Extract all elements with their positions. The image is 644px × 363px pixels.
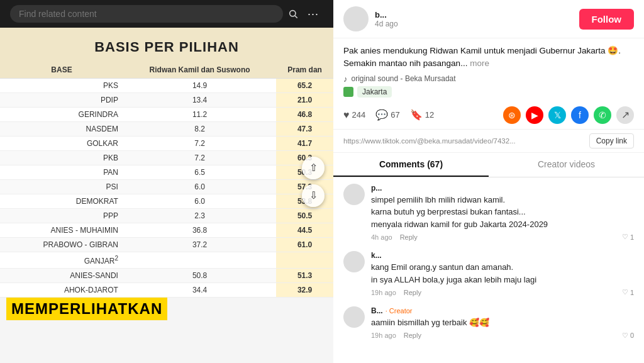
table-row: PRABOWO - GIBRAN 37.2 61.0 (0, 238, 333, 252)
location-icon (343, 87, 353, 97)
row-rk: 47.3 (276, 122, 333, 137)
row-base: 14.9 (123, 79, 276, 93)
action-bar: ♥ 244 💬 67 🔖 12 ⊛ ▶ 𝕏 f ✆ ↗ (333, 101, 644, 130)
comment-time: 19h ago (371, 289, 396, 296)
like-count: 0 (630, 332, 634, 339)
like-count: 244 (352, 110, 366, 120)
table-row: GANJAR2 (0, 252, 333, 269)
comment-item: B...· Creator aamiin bismillah yg terbai… (343, 306, 634, 340)
row-name: GOLKAR (0, 137, 123, 151)
table-row: ANIES - MUHAIMIN 36.8 44.5 (0, 223, 333, 238)
bookmark-icon: 🔖 (410, 109, 423, 121)
table-row: ANIES-SANDI 50.8 51.3 (0, 269, 333, 283)
comment-button[interactable]: 💬 67 (375, 109, 399, 121)
row-name: GANJAR2 (0, 252, 123, 269)
comment-footer: 19h ago Reply ♡ 0 (371, 332, 634, 340)
row-rk: 21.0 (276, 93, 333, 108)
left-panel: ··· BASIS PER PILIHAN BASE Ridwan Kamil … (0, 0, 333, 363)
row-name: PAN (0, 165, 123, 180)
heart-icon: ♡ (622, 332, 628, 340)
comment-text: simpel pemilih lbh milih ridwan kamil.ka… (371, 194, 634, 231)
share-whatsapp-icon[interactable]: ✆ (594, 106, 611, 124)
comment-text: aamiin bismillah yg terbaik 🥰🥰 (371, 316, 634, 329)
comment-like-button[interactable]: ♡ 1 (622, 233, 634, 241)
more-link[interactable]: more (470, 59, 489, 68)
row-rk: 61.0 (276, 238, 333, 252)
heart-icon: ♡ (622, 233, 628, 241)
row-rk: 32.9 (276, 283, 333, 298)
comment-body: p... simpel pemilih lbh milih ridwan kam… (371, 184, 634, 242)
row-name: PSI (0, 180, 123, 194)
reply-button[interactable]: Reply (400, 233, 418, 241)
comment-footer: 19h ago Reply ♡ 1 (371, 288, 634, 296)
row-base: 8.2 (123, 122, 276, 137)
tab-creator-videos[interactable]: Creator videos (489, 153, 644, 177)
row-base: 13.4 (123, 93, 276, 108)
share-twitter-icon[interactable]: 𝕏 (548, 106, 566, 124)
share-youtube-icon[interactable]: ▶ (526, 106, 543, 124)
comment-item: k... kang Emil orang,y santun dan amanah… (343, 251, 634, 296)
row-rk: 65.2 (276, 79, 333, 93)
comment-avatar (343, 306, 365, 328)
comment-like-button[interactable]: ♡ 0 (622, 332, 634, 340)
copy-link-button[interactable]: Copy link (589, 133, 634, 148)
comment-count: 67 (391, 110, 399, 120)
share-facebook-icon[interactable]: f (571, 106, 589, 124)
save-count: 12 (425, 110, 434, 120)
row-base: 7.2 (123, 137, 276, 151)
row-base: 50.8 (123, 269, 276, 283)
row-base: 7.2 (123, 151, 276, 165)
nav-down-button[interactable]: ⇩ (302, 184, 325, 207)
row-base: 11.2 (123, 108, 276, 122)
row-rk: 51.3 (276, 269, 333, 283)
table-header: BASIS PER PILIHAN (0, 28, 333, 62)
reply-button[interactable]: Reply (404, 332, 421, 339)
follow-button[interactable]: Follow (579, 9, 635, 30)
comment-like-button[interactable]: ♡ 1 (622, 288, 634, 296)
tabs-bar: Comments (67) Creator videos (333, 153, 644, 177)
row-base: 6.0 (123, 194, 276, 209)
comment-item: p... simpel pemilih lbh milih ridwan kam… (343, 184, 634, 242)
more-options-button[interactable]: ··· (303, 4, 323, 24)
comment-username: B...· Creator (371, 306, 634, 315)
reply-button[interactable]: Reply (404, 289, 421, 296)
comment-avatar (343, 184, 365, 205)
like-button[interactable]: ♥ 244 (343, 109, 365, 121)
share-forward-icon[interactable]: ↗ (616, 106, 634, 124)
row-name: DEMOKRAT (0, 194, 123, 209)
row-name: NASDEM (0, 122, 123, 137)
row-base: 6.0 (123, 180, 276, 194)
search-input[interactable] (10, 5, 283, 23)
right-panel: b... 4d ago Follow Pak anies mendukung R… (333, 0, 644, 363)
row-base: 36.8 (123, 223, 276, 238)
row-base (123, 252, 276, 269)
col-pram-header: Pram dan (276, 62, 333, 79)
row-name: PKB (0, 151, 123, 165)
row-rk (276, 252, 333, 269)
table-row: PSI 6.0 57.3 (0, 180, 333, 194)
row-base: 34.4 (123, 283, 276, 298)
table-row: AHOK-DJAROT 34.4 32.9 (0, 283, 333, 298)
search-bar: ··· (0, 0, 333, 28)
tab-comments[interactable]: Comments (67) (333, 153, 489, 177)
share-tiktok-icon[interactable]: ⊛ (503, 106, 521, 124)
table-row: NASDEM 8.2 47.3 (0, 122, 333, 137)
row-name: GERINDRA (0, 108, 123, 122)
sound-icon: ♪ (343, 74, 348, 84)
post-meta: b... 4d ago (375, 10, 573, 28)
row-name: PDIP (0, 93, 123, 108)
heart-icon: ♡ (622, 288, 628, 296)
save-button[interactable]: 🔖 12 (410, 109, 434, 121)
table-row: PAN 6.5 50.3 (0, 165, 333, 180)
row-name: AHOK-DJAROT (0, 283, 123, 298)
heart-icon: ♥ (343, 109, 350, 121)
post-text: Pak anies mendukung Ridwan Kamil untuk m… (343, 45, 634, 70)
nav-up-button[interactable]: ⇧ (302, 157, 325, 179)
comment-body: B...· Creator aamiin bismillah yg terbai… (371, 306, 634, 340)
search-icon[interactable] (283, 4, 303, 24)
row-name: PKS (0, 79, 123, 93)
table-row: GOLKAR 7.2 41.7 (0, 137, 333, 151)
table-row: PKS 14.9 65.2 (0, 79, 333, 93)
table-row: GERINDRA 11.2 46.8 (0, 108, 333, 122)
row-rk: 44.5 (276, 223, 333, 238)
